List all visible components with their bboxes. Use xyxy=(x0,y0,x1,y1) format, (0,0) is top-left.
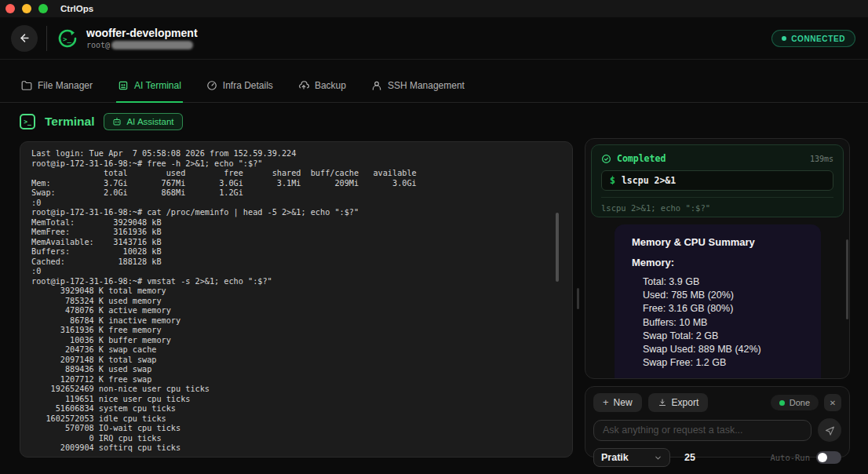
titlebar: CtrlOps xyxy=(0,0,868,17)
profile-name: Pratik xyxy=(601,452,629,463)
ai-assistant-label: AI Assistant xyxy=(126,117,173,126)
ai-response-panel: Completed 139ms $ lscpu 2>&1 lscpu 2>&1;… xyxy=(585,138,850,379)
profile-select[interactable]: Pratik xyxy=(593,448,670,467)
command-card-header: Completed 139ms xyxy=(601,153,833,164)
tab-backup[interactable]: Backup xyxy=(297,78,348,102)
header-divider xyxy=(46,26,47,51)
tab-infra-details[interactable]: Infra Details xyxy=(205,78,275,102)
ai-controls-panel: + New Export Done ✕ Pratik xyxy=(585,386,850,458)
server-header: >_ wooffer-development root@ CONNECTED xyxy=(0,17,868,60)
redacted-host xyxy=(111,41,193,49)
command-text: lscpu 2>&1 xyxy=(622,175,676,186)
status-badge: CONNECTED xyxy=(771,30,855,47)
summary-item: Free: 3.16 GB (80%) xyxy=(632,302,804,315)
cloud-upload-icon xyxy=(298,80,309,91)
close-window-icon[interactable] xyxy=(5,4,15,13)
export-button[interactable]: Export xyxy=(648,393,709,412)
done-status-badge: Done xyxy=(771,395,819,410)
server-titles: wooffer-development root@ xyxy=(86,27,198,49)
arrow-left-icon xyxy=(19,32,31,44)
export-button-label: Export xyxy=(672,397,699,408)
summary-item: Total: 3.9 GB xyxy=(632,275,804,289)
close-icon: ✕ xyxy=(830,399,836,407)
summary-scrollbar[interactable] xyxy=(846,239,848,319)
tab-label: Backup xyxy=(315,80,346,91)
send-icon xyxy=(824,425,836,436)
autorun-toggle[interactable] xyxy=(816,451,841,464)
svg-text:>_: >_ xyxy=(63,35,71,43)
command-duration: 139ms xyxy=(810,155,833,163)
send-button[interactable] xyxy=(818,418,841,442)
command-card: Completed 139ms $ lscpu 2>&1 lscpu 2>&1;… xyxy=(591,144,844,217)
minimize-window-icon[interactable] xyxy=(22,4,31,13)
tab-ai-terminal[interactable]: AI Terminal xyxy=(116,78,183,103)
tab-label: File Manager xyxy=(38,80,93,91)
traffic-lights xyxy=(5,4,48,13)
app-logo-icon: >_ xyxy=(56,27,79,50)
robot-icon xyxy=(112,117,122,126)
zoom-window-icon[interactable] xyxy=(38,4,48,13)
cpu-label: CPU: xyxy=(632,377,804,379)
new-button-label: New xyxy=(614,397,633,408)
tab-label: Infra Details xyxy=(223,80,273,91)
ai-terminal-icon xyxy=(118,80,129,91)
summary-item: Swap Used: 889 MB (42%) xyxy=(632,343,804,356)
ai-assistant-button[interactable]: AI Assistant xyxy=(104,113,182,130)
user-icon xyxy=(371,80,382,91)
summary-item: Used: 785 MB (20%) xyxy=(632,289,804,302)
controls-top-row: + New Export Done ✕ xyxy=(593,393,841,412)
summary-item: Buffers: 10 MB xyxy=(632,316,804,330)
tab-label: SSH Management xyxy=(388,80,465,91)
terminal-panel[interactable]: Last login: Tue Apr 7 05:58:08 2026 from… xyxy=(20,141,573,458)
autorun-label: Auto-Run xyxy=(770,453,810,462)
terminal-output[interactable]: Last login: Tue Apr 7 05:58:08 2026 from… xyxy=(20,142,572,461)
connection-status: CONNECTED xyxy=(791,35,845,43)
tab-bar: File Manager AI Terminal Infra Details B… xyxy=(0,78,868,103)
controls-bottom-row: Pratik 25 Auto-Run xyxy=(593,448,841,467)
app-title: CtrlOps xyxy=(60,4,93,13)
section-title: Terminal xyxy=(45,115,94,129)
summary-item: Swap Free: 1.2 GB xyxy=(632,356,804,370)
done-dot-icon xyxy=(779,400,785,406)
summary-item: Swap Total: 2 GB xyxy=(632,330,804,343)
raw-command-text: lscpu 2>&1; echo ":$?" xyxy=(601,197,833,213)
chevron-down-icon xyxy=(654,454,662,462)
server-name: wooffer-development xyxy=(86,27,198,39)
terminal-prompt-icon: >_ xyxy=(20,114,35,129)
tab-label: AI Terminal xyxy=(134,80,181,91)
tab-ssh-management[interactable]: SSH Management xyxy=(370,78,466,102)
back-button[interactable] xyxy=(11,25,38,52)
toggle-knob xyxy=(818,453,827,462)
terminal-section-header: >_ Terminal AI Assistant xyxy=(20,113,183,130)
summary-card: Memory & CPU Summary Memory: Total: 3.9 … xyxy=(615,224,821,379)
command-status: Completed xyxy=(617,153,666,164)
terminal-scrollbar[interactable] xyxy=(556,213,559,282)
ask-row xyxy=(593,418,841,442)
panel-scrollbar[interactable] xyxy=(577,288,579,309)
count-value: 25 xyxy=(684,452,695,463)
server-user: root@ xyxy=(86,41,198,49)
command-box: $ lscpu 2>&1 xyxy=(601,170,833,191)
prompt-symbol: $ xyxy=(610,175,615,186)
tab-file-manager[interactable]: File Manager xyxy=(20,78,94,102)
ask-input[interactable] xyxy=(593,420,811,441)
done-label: Done xyxy=(790,398,810,407)
summary-title: Memory & CPU Summary xyxy=(632,236,804,248)
app-window: CtrlOps >_ wooffer-development root@ CON… xyxy=(0,0,868,474)
plus-icon: + xyxy=(603,399,609,407)
check-circle-icon xyxy=(601,154,611,164)
gauge-icon xyxy=(206,80,217,91)
new-button[interactable]: + New xyxy=(593,393,642,412)
connected-dot-icon xyxy=(782,36,786,41)
close-panel-button[interactable]: ✕ xyxy=(824,394,841,411)
server-user-prefix: root@ xyxy=(86,41,110,49)
download-icon xyxy=(658,398,667,407)
memory-label: Memory: xyxy=(632,257,804,268)
folder-icon xyxy=(21,80,32,91)
